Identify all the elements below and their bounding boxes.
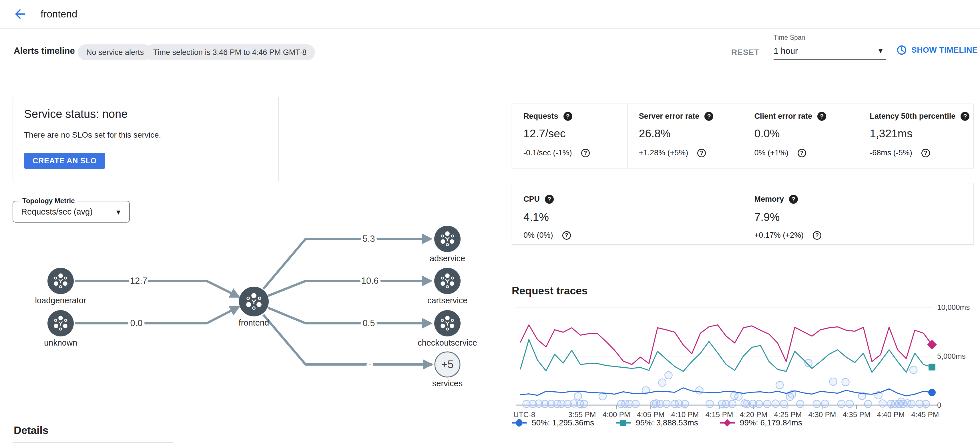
metric-value: 0.0% <box>754 127 780 140</box>
metric-card-requests: Requests? 12.7/sec -0.1/sec (-1%)? <box>512 104 627 168</box>
trace-point[interactable] <box>813 400 821 408</box>
help-icon[interactable]: ? <box>697 149 706 157</box>
help-icon[interactable]: ? <box>813 231 821 240</box>
topology-node-services[interactable]: +5 services <box>432 352 463 388</box>
back-button[interactable] <box>13 6 27 21</box>
metric-delta: -0.1/sec (-1%) <box>523 149 572 157</box>
trace-point[interactable] <box>764 400 771 408</box>
topology-edge-frontend-cartservice[interactable]: 10.6 <box>268 276 431 296</box>
trace-point[interactable] <box>922 400 929 408</box>
help-icon[interactable]: ? <box>921 149 930 157</box>
metric-value: 1,321ms <box>870 127 913 140</box>
no-service-alerts-chip: No service alerts <box>78 44 153 61</box>
svg-text:loadgenerator: loadgenerator <box>35 296 86 305</box>
topology-node-adservice[interactable]: adservice <box>430 226 465 263</box>
metric-value: 26.8% <box>639 127 671 140</box>
trace-point[interactable] <box>829 378 837 385</box>
help-icon[interactable]: ? <box>798 149 806 157</box>
series-end-marker <box>928 389 936 396</box>
create-slo-button[interactable]: CREATE AN SLO <box>24 153 105 169</box>
trace-point[interactable] <box>729 400 736 408</box>
legend-marker-icon <box>512 419 527 427</box>
trace-point[interactable] <box>580 400 588 408</box>
trace-point[interactable] <box>659 379 666 386</box>
topology-node-unknown[interactable]: unknown <box>44 310 77 347</box>
legend-label: 50%: 1,295.36ms <box>532 418 594 427</box>
help-icon[interactable]: ? <box>581 149 590 157</box>
topology-edge-unknown-frontend[interactable]: 0.0 <box>75 307 239 328</box>
trace-point[interactable] <box>846 400 853 408</box>
trace-point[interactable] <box>706 400 713 408</box>
topology-metric-select[interactable]: Topology Metric Requests/sec (avg) ▼ <box>13 201 130 223</box>
trace-point[interactable] <box>663 400 670 408</box>
help-icon[interactable]: ? <box>705 112 713 121</box>
topology-edge-frontend-checkoutservice[interactable]: 0.5 <box>268 308 431 328</box>
metric-label: Server error rate <box>639 112 700 121</box>
trace-point[interactable] <box>780 400 788 408</box>
series-line-50%[interactable] <box>520 388 932 396</box>
legend-item-99%[interactable]: 99%: 6,179.84ms <box>720 418 802 427</box>
legend-item-50%[interactable]: 50%: 1,295.36ms <box>512 418 594 427</box>
details-title: Details <box>14 425 48 436</box>
topology-node-loadgenerator[interactable]: loadgenerator <box>35 268 86 305</box>
trace-point[interactable] <box>797 400 804 408</box>
trace-point[interactable] <box>681 400 689 408</box>
metric-value: 7.9% <box>754 211 780 224</box>
metric-value: 4.1% <box>523 211 549 224</box>
svg-text:+5: +5 <box>441 358 453 371</box>
help-icon[interactable]: ? <box>563 112 572 121</box>
trace-point[interactable] <box>574 393 582 400</box>
trace-point[interactable] <box>864 400 872 408</box>
show-timeline-button[interactable]: SHOW TIMELINE <box>895 45 979 56</box>
help-icon[interactable]: ? <box>789 195 798 204</box>
reset-button[interactable]: RESET <box>730 48 761 57</box>
trace-point[interactable] <box>821 400 829 407</box>
svg-text:checkoutservice: checkoutservice <box>418 338 477 347</box>
help-icon[interactable]: ? <box>961 112 969 121</box>
trace-point[interactable] <box>838 400 845 408</box>
trace-point[interactable] <box>695 387 703 394</box>
legend-label: 99%: 6,179.84ms <box>740 418 802 427</box>
trace-point[interactable] <box>805 359 812 367</box>
trace-point[interactable] <box>632 400 639 408</box>
x-axis-tick-label: 4:20 PM <box>740 410 768 417</box>
help-icon[interactable]: ? <box>562 231 571 240</box>
metric-delta: +1.28% (+5%) <box>639 149 689 157</box>
series-line-99%[interactable] <box>520 325 932 365</box>
help-icon[interactable]: ? <box>545 195 554 204</box>
chevron-down-icon: ▼ <box>115 208 122 216</box>
series-end-marker <box>929 364 935 371</box>
trace-point[interactable] <box>842 379 850 386</box>
show-timeline-label: SHOW TIMELINE <box>912 45 978 54</box>
service-status-body: There are no SLOs set for this service. <box>24 131 161 140</box>
svg-text:services: services <box>432 379 463 388</box>
trace-point[interactable] <box>910 366 917 374</box>
trace-point[interactable] <box>908 400 915 408</box>
topology-node-cartservice[interactable]: cartservice <box>427 268 468 305</box>
legend-marker-icon <box>720 419 735 427</box>
metric-delta: 0% (0%) <box>523 231 553 240</box>
x-axis-tick-label: 4:35 PM <box>843 410 870 417</box>
x-axis-tick-label: 4:00 PM <box>603 410 630 417</box>
help-icon[interactable]: ? <box>817 112 826 121</box>
time-span-select[interactable]: Time Span 1 hour ▼ <box>773 34 886 60</box>
y-axis-label: 5,000ms <box>937 352 966 361</box>
x-axis-tick-label: 4:25 PM <box>774 410 802 417</box>
topology-node-frontend[interactable]: frontend <box>239 287 269 327</box>
metric-value: 12.7/sec <box>523 127 565 140</box>
trace-point[interactable] <box>879 400 886 407</box>
trace-point[interactable] <box>776 381 783 389</box>
trace-point[interactable] <box>665 372 672 379</box>
request-traces-title: Request traces <box>512 285 587 297</box>
x-axis-tick-label: 4:40 PM <box>877 410 905 417</box>
svg-text:0.0: 0.0 <box>130 318 142 328</box>
legend-item-95%[interactable]: 95%: 3,888.53ms <box>616 418 698 427</box>
trace-point[interactable] <box>772 400 779 407</box>
topology-edge-loadgenerator-frontend[interactable]: 12.7 <box>75 276 239 297</box>
chevron-down-icon: ▼ <box>877 47 884 55</box>
trace-point[interactable] <box>755 400 763 408</box>
y-axis-label: 10,000ms <box>937 303 970 311</box>
trace-point[interactable] <box>735 393 742 400</box>
x-axis-tick-label: 4:30 PM <box>808 410 836 417</box>
topology-node-checkoutservice[interactable]: checkoutservice <box>418 310 477 347</box>
